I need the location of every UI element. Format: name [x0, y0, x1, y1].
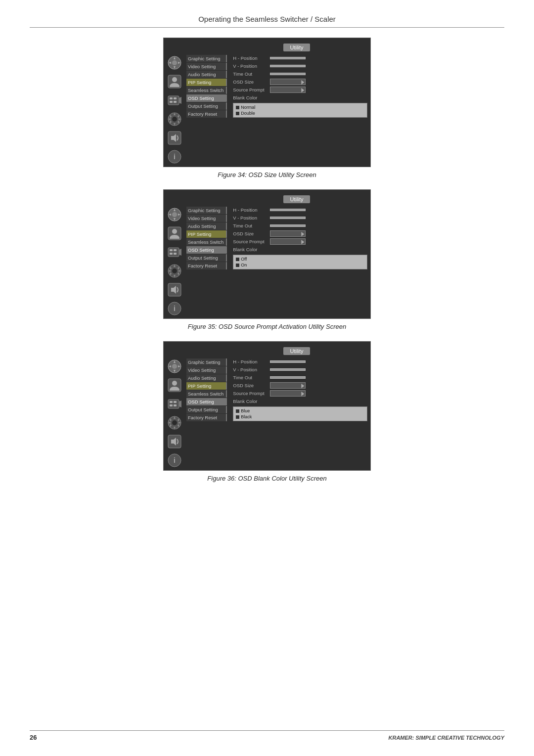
param-slider-2[interactable] — [270, 376, 306, 379]
menu-item-3[interactable]: PIP Setting — [186, 382, 227, 390]
param-row-4: Source Prompt — [233, 390, 367, 397]
param-box-4[interactable] — [270, 390, 306, 397]
sidebar-icon-1 — [167, 377, 182, 393]
figure-caption-fig34: Figure 34: OSD Size Utility Screen — [30, 171, 504, 178]
param-slider-1[interactable] — [270, 368, 306, 371]
param-row-5: Blank Color — [233, 94, 367, 101]
dropdown-option-1[interactable]: Black — [236, 414, 364, 420]
menu-item-2[interactable]: Audio Setting — [186, 222, 227, 230]
menu-item-5[interactable]: OSD Setting — [186, 398, 227, 405]
dropdown-fig36[interactable]: Blue Black — [233, 406, 367, 421]
dropdown-fig35[interactable]: Off On — [233, 255, 367, 269]
svg-point-1 — [172, 60, 177, 65]
param-label-1: V - Position — [233, 215, 267, 221]
menu-item-6[interactable]: Output Setting — [186, 102, 227, 110]
option-label-0: Normal — [241, 105, 255, 110]
svg-marker-29 — [179, 249, 181, 256]
svg-point-7 — [172, 77, 177, 82]
dropdown-option-1[interactable]: On — [236, 262, 364, 268]
param-label-4: Source Prompt — [233, 87, 267, 92]
dropdown-option-1[interactable]: Double — [236, 110, 364, 116]
svg-rect-10 — [170, 97, 173, 99]
svg-point-55 — [172, 420, 177, 425]
osd-top-row: Utility — [164, 190, 370, 205]
svg-point-41 — [172, 364, 177, 369]
param-row-5: Blank Color — [233, 246, 367, 253]
brand-label: KRAMER: SIMPLE CREATIVE TECHNOLOGY — [389, 735, 504, 741]
sidebar-icon-2 — [167, 396, 182, 412]
sidebar-icons: i — [164, 53, 185, 167]
param-slider-2[interactable] — [270, 224, 306, 227]
dropdown-option-0[interactable]: Off — [236, 256, 364, 262]
osd-screen-fig35: Utility i Graphic Setting Video Setting — [163, 189, 371, 319]
sidebar-icons: i — [164, 356, 185, 470]
menu-item-4[interactable]: Seamless Switch — [186, 390, 227, 398]
param-label-5: Blank Color — [233, 247, 267, 252]
param-column: H - Position V - Position — [230, 207, 367, 314]
menu-item-6[interactable]: Output Setting — [186, 254, 227, 262]
option-bullet-1 — [236, 264, 239, 267]
menu-item-2[interactable]: Audio Setting — [186, 71, 227, 78]
dropdown-fig34[interactable]: Normal Double — [233, 103, 367, 118]
param-box-4[interactable] — [270, 238, 306, 245]
param-slider-1[interactable] — [270, 217, 306, 219]
menu-item-1[interactable]: Video Setting — [186, 215, 227, 222]
param-row-3: OSD Size — [233, 382, 367, 389]
param-row-1: V - Position — [233, 63, 367, 69]
param-box-3[interactable] — [270, 382, 306, 389]
osd-wrapper-fig35: Utility i Graphic Setting Video Setting — [163, 189, 371, 319]
menu-item-3[interactable]: PIP Setting — [186, 79, 227, 86]
menu-item-5[interactable]: OSD Setting — [186, 94, 227, 102]
sidebar-icon-5: i — [167, 149, 182, 165]
param-slider-1[interactable] — [270, 65, 306, 67]
menu-item-4[interactable]: Seamless Switch — [186, 238, 227, 246]
svg-rect-48 — [168, 400, 179, 408]
osd-content-row: i Graphic Setting Video Setting Audio Se… — [164, 53, 370, 167]
param-box-3[interactable] — [270, 79, 306, 85]
menu-column: Graphic Setting Video Setting Audio Sett… — [186, 55, 227, 163]
menu-item-0[interactable]: Graphic Setting — [186, 55, 227, 62]
menu-item-1[interactable]: Video Setting — [186, 366, 227, 374]
param-box-3[interactable] — [270, 230, 306, 237]
param-label-3: OSD Size — [233, 231, 267, 236]
param-row-4: Source Prompt — [233, 238, 367, 245]
menu-item-5[interactable]: OSD Setting — [186, 246, 227, 254]
param-slider-0[interactable] — [270, 209, 306, 211]
sidebar-icon-2 — [167, 92, 182, 108]
svg-rect-13 — [174, 101, 177, 103]
menu-item-0[interactable]: Graphic Setting — [186, 207, 227, 214]
sidebar-icon-0 — [167, 358, 182, 374]
svg-point-21 — [172, 212, 177, 217]
sidebar-icon-5: i — [167, 452, 182, 468]
menu-column: Graphic Setting Video Setting Audio Sett… — [186, 358, 227, 466]
sidebar-icon-2 — [167, 244, 182, 260]
menu-item-6[interactable]: Output Setting — [186, 406, 227, 413]
dropdown-option-0[interactable]: Blue — [236, 408, 364, 414]
param-slider-2[interactable] — [270, 73, 306, 75]
param-label-3: OSD Size — [233, 383, 267, 388]
menu-item-3[interactable]: PIP Setting — [186, 230, 227, 238]
osd-content-row: i Graphic Setting Video Setting Audio Se… — [164, 356, 370, 470]
menu-item-2[interactable]: Audio Setting — [186, 374, 227, 382]
param-row-5: Blank Color — [233, 398, 367, 404]
menu-item-0[interactable]: Graphic Setting — [186, 358, 227, 366]
option-bullet-0 — [236, 106, 239, 109]
menu-item-7[interactable]: Factory Reset — [186, 262, 227, 269]
utility-tab: Utility — [283, 195, 311, 203]
menu-item-1[interactable]: Video Setting — [186, 63, 227, 70]
param-slider-0[interactable] — [270, 57, 306, 59]
svg-rect-12 — [170, 101, 173, 103]
svg-text:i: i — [174, 153, 176, 161]
option-label-1: On — [241, 263, 247, 267]
param-column: H - Position V - Position — [230, 358, 367, 466]
menu-column: Graphic Setting Video Setting Audio Sett… — [186, 207, 227, 314]
menu-item-4[interactable]: Seamless Switch — [186, 87, 227, 94]
param-row-4: Source Prompt — [233, 87, 367, 93]
param-box-4[interactable] — [270, 87, 306, 93]
dropdown-option-0[interactable]: Normal — [236, 104, 364, 110]
param-slider-0[interactable] — [270, 360, 306, 363]
param-row-2: Time Out — [233, 374, 367, 381]
menu-item-7[interactable]: Factory Reset — [186, 110, 227, 118]
sidebar-icon-3 — [167, 415, 182, 431]
menu-item-7[interactable]: Factory Reset — [186, 414, 227, 421]
